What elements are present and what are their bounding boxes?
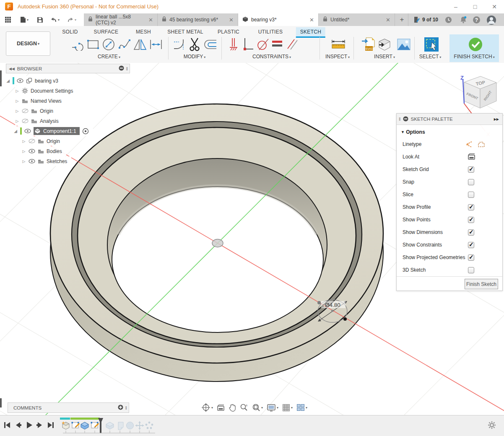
insert-derive-icon[interactable] bbox=[377, 36, 392, 53]
timeline-step-back-icon[interactable] bbox=[14, 421, 22, 431]
timeline-go-end-icon[interactable] bbox=[47, 421, 55, 431]
left-panel-grip[interactable] bbox=[0, 398, 2, 407]
workspace-selector[interactable]: DESIGN▾ bbox=[6, 31, 50, 56]
look-at-icon[interactable] bbox=[217, 404, 225, 411]
spline-tool-icon[interactable] bbox=[117, 36, 132, 53]
3d-sketch-checkbox[interactable] bbox=[468, 267, 474, 273]
tab-close-icon[interactable]: ✕ bbox=[229, 17, 234, 23]
eye-icon[interactable] bbox=[17, 78, 23, 83]
timeline-sketch-feature[interactable] bbox=[71, 421, 80, 430]
trim-tool-icon[interactable] bbox=[187, 36, 203, 53]
collapse-triangle-icon[interactable]: ▷ bbox=[22, 139, 26, 143]
grid-settings-icon[interactable]: ▾ bbox=[282, 404, 293, 412]
group-modify[interactable]: MODIFY▾ bbox=[184, 54, 206, 60]
sketch-dimension-icon[interactable] bbox=[148, 36, 164, 53]
collapse-triangle-icon[interactable]: ▷ bbox=[15, 89, 19, 93]
timeline-play-icon[interactable] bbox=[25, 421, 34, 431]
group-create[interactable]: CREATE▾ bbox=[98, 54, 120, 60]
eye-icon[interactable] bbox=[24, 129, 31, 133]
expand-panel-icon[interactable]: ▶▶ bbox=[494, 117, 499, 121]
tree-item-analysis[interactable]: ▷ Analysis bbox=[15, 116, 63, 126]
file-menu-icon[interactable]: ▾ bbox=[18, 15, 30, 24]
app-grid-icon[interactable] bbox=[3, 15, 13, 24]
tab-untitled[interactable]: Untitled* ✕ bbox=[319, 13, 395, 26]
fillet-tool-icon[interactable] bbox=[171, 36, 187, 53]
tree-item-bodies[interactable]: ▷ Bodies bbox=[22, 146, 66, 156]
arc-tool-icon[interactable] bbox=[70, 36, 86, 53]
options-section[interactable]: ▼ Options bbox=[397, 126, 502, 138]
group-constraints[interactable]: CONSTRAINTS▾ bbox=[252, 54, 291, 60]
fix-constraint-icon[interactable] bbox=[226, 36, 242, 53]
viewport-3d[interactable]: Ø4.80 TOP FRONT RIGHT Z X ◀◀ BRO bbox=[0, 63, 504, 415]
show-profile-checkbox[interactable] bbox=[468, 204, 474, 210]
expand-triangle-icon[interactable]: ◢ bbox=[13, 129, 18, 133]
sketch-palette-header[interactable]: ‖ SKETCH PALETTE ▶▶ bbox=[397, 114, 502, 125]
snap-checkbox[interactable] bbox=[468, 179, 474, 185]
collapse-triangle-icon[interactable]: ▷ bbox=[15, 119, 19, 123]
tangent-constraint-icon[interactable] bbox=[255, 36, 271, 53]
sketch-point[interactable] bbox=[317, 301, 321, 304]
activate-radio-icon[interactable] bbox=[82, 128, 89, 135]
tab-close-icon[interactable]: ✕ bbox=[148, 17, 153, 23]
tab-45-bearing-testing[interactable]: 45 bearing testing v6* ✕ bbox=[158, 13, 238, 26]
collapse-triangle-icon[interactable]: ▷ bbox=[15, 109, 19, 113]
undo-icon[interactable]: ▾ bbox=[49, 15, 61, 24]
equal-constraint-icon[interactable] bbox=[269, 36, 285, 53]
tab-solid[interactable]: SOLID bbox=[58, 27, 82, 36]
group-select[interactable]: SELECT▾ bbox=[419, 54, 442, 60]
panel-grip-icon[interactable]: ‖ bbox=[126, 66, 128, 71]
eye-icon[interactable] bbox=[29, 149, 35, 153]
eye-off-icon[interactable] bbox=[22, 119, 29, 123]
slice-checkbox[interactable] bbox=[468, 192, 474, 198]
projected-geometry-icon[interactable] bbox=[477, 141, 486, 149]
tree-item-named-views[interactable]: ▷ Named Views bbox=[15, 96, 66, 106]
timeline-settings-gear-icon[interactable] bbox=[488, 421, 496, 431]
rectangle-tool-icon[interactable] bbox=[85, 36, 101, 53]
browser-header[interactable]: ◀◀ BROWSER ‖ bbox=[6, 64, 130, 73]
show-points-checkbox[interactable] bbox=[468, 217, 474, 223]
hide-panel-icon[interactable] bbox=[119, 65, 124, 72]
group-inspect[interactable]: INSPECT▾ bbox=[325, 54, 350, 60]
show-projected-geometries-checkbox[interactable] bbox=[468, 254, 474, 261]
collapse-triangle-icon[interactable]: ▷ bbox=[22, 149, 26, 153]
tree-item-bearing-v3[interactable]: ◢ bearing v3 bbox=[6, 76, 62, 86]
measure-tool-icon[interactable] bbox=[330, 36, 346, 53]
selected-component[interactable]: Component1:1 bbox=[34, 127, 80, 135]
new-tab-button[interactable]: + bbox=[396, 13, 408, 26]
eye-off-icon[interactable] bbox=[29, 139, 35, 143]
clock-icon[interactable] bbox=[445, 16, 452, 23]
zoom-window-icon[interactable]: ▾ bbox=[252, 403, 263, 412]
insert-svg-icon[interactable]: SVG bbox=[361, 36, 377, 53]
tab-surface[interactable]: SURFACE bbox=[90, 27, 123, 36]
mirror-tool-icon[interactable] bbox=[132, 36, 148, 53]
dimension-label[interactable]: Ø4.80 bbox=[325, 302, 340, 308]
tab-close-icon[interactable]: ✕ bbox=[309, 17, 314, 23]
sketch-point[interactable] bbox=[343, 317, 347, 321]
minimize-button[interactable]: – bbox=[449, 3, 462, 11]
timeline-suppressed-extrude[interactable] bbox=[105, 421, 114, 430]
display-settings-icon[interactable]: ▾ bbox=[267, 404, 278, 412]
timeline-suppressed-move[interactable] bbox=[135, 421, 144, 430]
timeline-extrude-feature[interactable] bbox=[80, 421, 89, 430]
tab-linear-ball[interactable]: linear ball ...5x8 (CTC) v2 ✕ bbox=[84, 13, 158, 26]
timeline-component-feature[interactable] bbox=[61, 421, 70, 430]
parallel-constraint-icon[interactable] bbox=[284, 36, 300, 53]
timeline-go-start-icon[interactable] bbox=[3, 421, 11, 431]
collapse-triangle-icon[interactable]: ▷ bbox=[15, 99, 19, 103]
tab-close-icon[interactable]: ✕ bbox=[386, 17, 390, 23]
perpendicular-constraint-icon[interactable] bbox=[240, 36, 256, 53]
origin-marker[interactable] bbox=[212, 239, 223, 247]
close-button[interactable]: ✕ bbox=[488, 3, 501, 11]
comments-bar[interactable]: COMMENTS ‖ bbox=[8, 402, 129, 413]
zoom-icon[interactable]: ± bbox=[240, 403, 248, 412]
show-constraints-checkbox[interactable] bbox=[468, 242, 474, 248]
group-insert[interactable]: INSERT▾ bbox=[374, 54, 395, 60]
hide-panel-icon[interactable] bbox=[403, 116, 408, 122]
look-at-icon[interactable] bbox=[468, 153, 475, 161]
timeline-suppressed-revolve[interactable] bbox=[125, 421, 135, 430]
help-icon[interactable]: ? bbox=[473, 16, 480, 23]
finish-sketch-icon[interactable] bbox=[468, 36, 483, 53]
tab-bearing-v3[interactable]: bearing v3* ✕ bbox=[238, 13, 319, 26]
collapse-panel-icon[interactable]: ◀◀ bbox=[9, 67, 15, 71]
circle-tool-icon[interactable] bbox=[101, 36, 117, 53]
